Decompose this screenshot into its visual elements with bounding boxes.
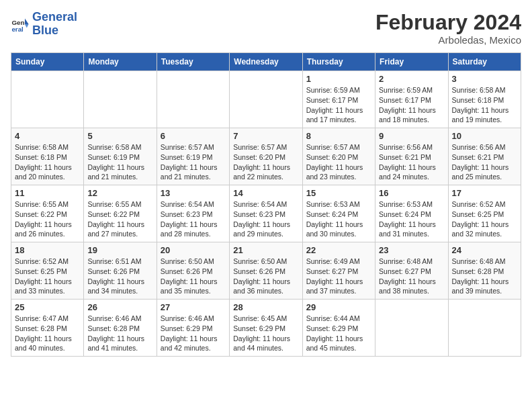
calendar-cell: 22Sunrise: 6:49 AM Sunset: 6:27 PM Dayli… bbox=[302, 242, 375, 300]
calendar-cell bbox=[157, 71, 229, 128]
weekday-header-thursday: Thursday bbox=[302, 53, 375, 71]
calendar-cell bbox=[230, 71, 302, 128]
day-number: 23 bbox=[379, 245, 444, 255]
calendar-cell: 24Sunrise: 6:48 AM Sunset: 6:28 PM Dayli… bbox=[448, 242, 521, 300]
day-number: 27 bbox=[161, 302, 226, 312]
day-number: 26 bbox=[87, 302, 152, 312]
calendar-cell: 14Sunrise: 6:54 AM Sunset: 6:23 PM Dayli… bbox=[230, 185, 302, 242]
week-row-5: 25Sunrise: 6:47 AM Sunset: 6:28 PM Dayli… bbox=[11, 300, 521, 357]
week-row-1: 1Sunrise: 6:59 AM Sunset: 6:17 PM Daylig… bbox=[11, 71, 521, 128]
day-number: 21 bbox=[233, 245, 298, 255]
day-number: 18 bbox=[15, 245, 80, 255]
week-row-4: 18Sunrise: 6:52 AM Sunset: 6:25 PM Dayli… bbox=[11, 242, 521, 300]
calendar-cell: 26Sunrise: 6:46 AM Sunset: 6:28 PM Dayli… bbox=[84, 300, 157, 357]
day-info: Sunrise: 6:53 AM Sunset: 6:24 PM Dayligh… bbox=[379, 199, 444, 239]
day-number: 8 bbox=[306, 131, 371, 141]
day-info: Sunrise: 6:55 AM Sunset: 6:22 PM Dayligh… bbox=[87, 199, 152, 239]
day-number: 19 bbox=[87, 245, 152, 255]
day-number: 1 bbox=[306, 74, 371, 84]
day-info: Sunrise: 6:59 AM Sunset: 6:17 PM Dayligh… bbox=[306, 85, 371, 125]
logo-icon: Gen eral bbox=[11, 15, 30, 34]
calendar-cell bbox=[448, 300, 521, 357]
day-info: Sunrise: 6:45 AM Sunset: 6:29 PM Dayligh… bbox=[233, 314, 298, 353]
day-number: 3 bbox=[452, 74, 517, 84]
calendar-cell: 23Sunrise: 6:48 AM Sunset: 6:27 PM Dayli… bbox=[375, 242, 448, 300]
day-number: 16 bbox=[379, 188, 444, 198]
day-info: Sunrise: 6:54 AM Sunset: 6:23 PM Dayligh… bbox=[233, 199, 298, 239]
calendar-subtitle: Arboledas, Mexico bbox=[375, 34, 521, 46]
day-number: 12 bbox=[87, 188, 152, 198]
day-info: Sunrise: 6:56 AM Sunset: 6:21 PM Dayligh… bbox=[379, 142, 444, 182]
day-number: 9 bbox=[379, 131, 444, 141]
day-info: Sunrise: 6:56 AM Sunset: 6:21 PM Dayligh… bbox=[452, 142, 517, 182]
logo-text: General Blue bbox=[32, 11, 77, 38]
day-number: 24 bbox=[452, 245, 517, 255]
calendar-table: SundayMondayTuesdayWednesdayThursdayFrid… bbox=[11, 52, 521, 357]
day-info: Sunrise: 6:59 AM Sunset: 6:17 PM Dayligh… bbox=[379, 85, 444, 125]
logo: Gen eral General Blue bbox=[11, 11, 77, 38]
calendar-cell bbox=[84, 71, 157, 128]
week-row-3: 11Sunrise: 6:55 AM Sunset: 6:22 PM Dayli… bbox=[11, 185, 521, 242]
day-number: 15 bbox=[306, 188, 371, 198]
day-number: 10 bbox=[452, 131, 517, 141]
day-info: Sunrise: 6:58 AM Sunset: 6:19 PM Dayligh… bbox=[87, 142, 152, 182]
week-row-2: 4Sunrise: 6:58 AM Sunset: 6:18 PM Daylig… bbox=[11, 128, 521, 185]
day-info: Sunrise: 6:44 AM Sunset: 6:29 PM Dayligh… bbox=[306, 314, 371, 353]
page-header: Gen eral General Blue February 2024 Arbo… bbox=[11, 11, 521, 46]
calendar-cell bbox=[375, 300, 448, 357]
calendar-cell bbox=[11, 71, 84, 128]
weekday-header-row: SundayMondayTuesdayWednesdayThursdayFrid… bbox=[11, 53, 521, 71]
day-number: 13 bbox=[161, 188, 226, 198]
title-block: February 2024 Arboledas, Mexico bbox=[375, 11, 521, 46]
calendar-cell: 13Sunrise: 6:54 AM Sunset: 6:23 PM Dayli… bbox=[157, 185, 229, 242]
day-number: 6 bbox=[161, 131, 226, 141]
weekday-header-wednesday: Wednesday bbox=[230, 53, 302, 71]
weekday-header-saturday: Saturday bbox=[448, 53, 521, 71]
calendar-cell: 5Sunrise: 6:58 AM Sunset: 6:19 PM Daylig… bbox=[84, 128, 157, 185]
calendar-cell: 6Sunrise: 6:57 AM Sunset: 6:19 PM Daylig… bbox=[157, 128, 229, 185]
weekday-header-monday: Monday bbox=[84, 53, 157, 71]
logo-line1: General bbox=[32, 10, 77, 24]
day-number: 7 bbox=[233, 131, 298, 141]
calendar-cell: 16Sunrise: 6:53 AM Sunset: 6:24 PM Dayli… bbox=[375, 185, 448, 242]
svg-text:eral: eral bbox=[11, 26, 24, 33]
day-number: 14 bbox=[233, 188, 298, 198]
day-number: 22 bbox=[306, 245, 371, 255]
svg-marker-3 bbox=[25, 24, 29, 28]
calendar-cell: 18Sunrise: 6:52 AM Sunset: 6:25 PM Dayli… bbox=[11, 242, 84, 300]
day-info: Sunrise: 6:48 AM Sunset: 6:27 PM Dayligh… bbox=[379, 257, 444, 296]
day-info: Sunrise: 6:48 AM Sunset: 6:28 PM Dayligh… bbox=[452, 257, 517, 296]
calendar-cell: 15Sunrise: 6:53 AM Sunset: 6:24 PM Dayli… bbox=[302, 185, 375, 242]
day-number: 11 bbox=[15, 188, 80, 198]
calendar-cell: 11Sunrise: 6:55 AM Sunset: 6:22 PM Dayli… bbox=[11, 185, 84, 242]
day-number: 17 bbox=[452, 188, 517, 198]
day-info: Sunrise: 6:57 AM Sunset: 6:19 PM Dayligh… bbox=[161, 142, 226, 182]
calendar-cell: 10Sunrise: 6:56 AM Sunset: 6:21 PM Dayli… bbox=[448, 128, 521, 185]
weekday-header-sunday: Sunday bbox=[11, 53, 84, 71]
calendar-cell: 12Sunrise: 6:55 AM Sunset: 6:22 PM Dayli… bbox=[84, 185, 157, 242]
calendar-cell: 29Sunrise: 6:44 AM Sunset: 6:29 PM Dayli… bbox=[302, 300, 375, 357]
day-info: Sunrise: 6:55 AM Sunset: 6:22 PM Dayligh… bbox=[15, 199, 80, 239]
day-info: Sunrise: 6:47 AM Sunset: 6:28 PM Dayligh… bbox=[15, 314, 80, 353]
day-info: Sunrise: 6:52 AM Sunset: 6:25 PM Dayligh… bbox=[452, 199, 517, 239]
calendar-cell: 19Sunrise: 6:51 AM Sunset: 6:26 PM Dayli… bbox=[84, 242, 157, 300]
day-number: 4 bbox=[15, 131, 80, 141]
svg-marker-2 bbox=[25, 18, 29, 24]
day-info: Sunrise: 6:51 AM Sunset: 6:26 PM Dayligh… bbox=[87, 257, 152, 296]
weekday-header-friday: Friday bbox=[375, 53, 448, 71]
calendar-cell: 3Sunrise: 6:58 AM Sunset: 6:18 PM Daylig… bbox=[448, 71, 521, 128]
calendar-cell: 9Sunrise: 6:56 AM Sunset: 6:21 PM Daylig… bbox=[375, 128, 448, 185]
day-number: 28 bbox=[233, 302, 298, 312]
day-info: Sunrise: 6:53 AM Sunset: 6:24 PM Dayligh… bbox=[306, 199, 371, 239]
logo-line2: Blue bbox=[32, 24, 58, 37]
day-info: Sunrise: 6:49 AM Sunset: 6:27 PM Dayligh… bbox=[306, 257, 371, 296]
calendar-cell: 17Sunrise: 6:52 AM Sunset: 6:25 PM Dayli… bbox=[448, 185, 521, 242]
day-info: Sunrise: 6:57 AM Sunset: 6:20 PM Dayligh… bbox=[233, 142, 298, 182]
calendar-cell: 27Sunrise: 6:46 AM Sunset: 6:29 PM Dayli… bbox=[157, 300, 229, 357]
calendar-cell: 28Sunrise: 6:45 AM Sunset: 6:29 PM Dayli… bbox=[230, 300, 302, 357]
day-info: Sunrise: 6:46 AM Sunset: 6:29 PM Dayligh… bbox=[161, 314, 226, 353]
day-info: Sunrise: 6:52 AM Sunset: 6:25 PM Dayligh… bbox=[15, 257, 80, 296]
day-info: Sunrise: 6:46 AM Sunset: 6:28 PM Dayligh… bbox=[87, 314, 152, 353]
calendar-cell: 25Sunrise: 6:47 AM Sunset: 6:28 PM Dayli… bbox=[11, 300, 84, 357]
day-number: 2 bbox=[379, 74, 444, 84]
